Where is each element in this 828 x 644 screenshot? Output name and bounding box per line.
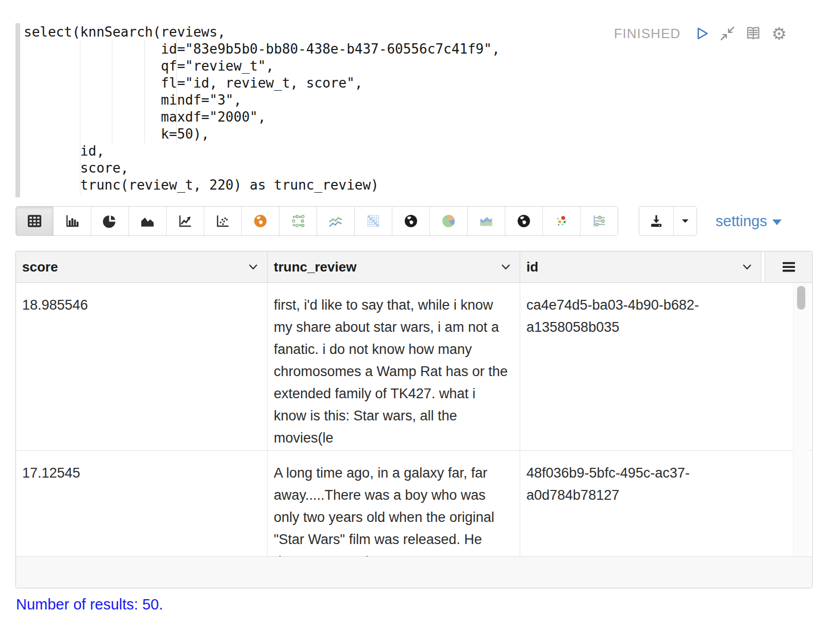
pie-color-icon — [440, 213, 457, 229]
code-line: id, — [24, 143, 500, 160]
chart-bar-button[interactable] — [54, 207, 91, 235]
chart-facets-button[interactable] — [581, 207, 618, 235]
chart-table-button[interactable] — [16, 207, 54, 235]
chart-map-orange-button[interactable] — [242, 207, 279, 235]
code-line: maxdf="2000", — [24, 109, 500, 126]
paragraph-controls: FINISHED ⚙ — [614, 24, 788, 43]
indent-guide — [176, 41, 177, 143]
scatter-chart-icon — [214, 213, 231, 229]
caret-down-icon — [680, 215, 691, 227]
chevron-down-icon[interactable] — [740, 260, 754, 274]
table-icon — [26, 213, 43, 229]
cell-id: ca4e74d5-ba03-4b90-b682-a1358058b035 — [520, 283, 812, 450]
settings-label: settings — [716, 213, 767, 230]
code-line: fl="id, review_t, score", — [24, 75, 500, 92]
table-row: 17.12545 A long time ago, in a galaxy fa… — [16, 451, 812, 556]
hamburger-icon — [781, 259, 797, 275]
code-line: trunc(review_t, 220) as trunc_review) — [24, 177, 500, 194]
book-icon[interactable] — [744, 25, 762, 42]
area-chart-icon — [139, 213, 156, 229]
code-editor[interactable]: select(knnSearch(reviews, id="83e9b5b0-b… — [24, 24, 500, 194]
bubbles-color-icon — [553, 213, 570, 229]
area-color-icon — [478, 213, 494, 229]
chart-area-color-button[interactable] — [468, 207, 505, 235]
column-header-trunc-review[interactable]: trunc_review — [268, 251, 520, 282]
heatmap-icon — [365, 213, 382, 229]
chart-heatmap-button[interactable] — [355, 207, 392, 235]
chart-pie-color-button[interactable] — [430, 207, 468, 235]
chevron-down-icon[interactable] — [246, 260, 260, 274]
cell-trunc-review: A long time ago, in a galaxy far, far aw… — [268, 451, 520, 556]
chart-type-group — [15, 206, 618, 236]
chart-scatter-button[interactable] — [204, 207, 242, 235]
code-line: mindf="3", — [24, 92, 500, 109]
chart-multi-line-button[interactable] — [317, 207, 355, 235]
chevron-down-icon — [772, 219, 782, 225]
column-label: trunc_review — [274, 259, 356, 275]
chart-area-button[interactable] — [129, 207, 167, 235]
cell-trunc-review: first, i'd like to say that, while i kno… — [268, 283, 520, 450]
download-options-button[interactable] — [674, 207, 697, 235]
gear-icon[interactable]: ⚙ — [770, 25, 788, 42]
results-count-text: Number of results: 50. — [16, 596, 163, 613]
settings-link[interactable]: settings — [716, 213, 782, 230]
column-label: score — [22, 259, 58, 275]
column-label: id — [526, 259, 538, 275]
multi-line-chart-icon — [327, 213, 344, 229]
code-line: id="83e9b5b0-bb80-438e-b437-60556c7c41f9… — [24, 41, 500, 58]
chevron-down-icon[interactable] — [499, 260, 512, 274]
visualization-toolbar: settings — [15, 206, 813, 236]
column-header-id[interactable]: id — [520, 251, 761, 282]
vertical-scrollbar-track[interactable] — [793, 283, 809, 556]
globe-orange-icon — [252, 213, 269, 229]
cell-score: 18.985546 — [16, 283, 268, 450]
table-menu-button[interactable] — [765, 251, 812, 282]
chart-map-dark-button[interactable] — [392, 207, 430, 235]
table-body: 18.985546 first, i'd like to say that, w… — [16, 283, 812, 556]
result-table: score trunc_review id — [15, 251, 813, 588]
download-icon — [649, 213, 664, 229]
header-gap — [761, 251, 765, 282]
indent-guide — [112, 41, 112, 143]
chart-map-dark2-button[interactable] — [505, 207, 543, 235]
code-line: k=50), — [24, 126, 500, 143]
export-group — [639, 206, 697, 236]
indent-guide — [144, 41, 145, 143]
pie-chart-icon — [102, 213, 118, 229]
column-header-score[interactable]: score — [16, 251, 268, 282]
status-badge: FINISHED — [614, 26, 681, 42]
chart-bubble-matrix-button[interactable] — [279, 207, 317, 235]
horizontal-scrollbar-track[interactable] — [16, 556, 812, 588]
line-chart-icon — [177, 213, 193, 229]
code-line: score, — [24, 160, 500, 177]
cell-score: 17.12545 — [16, 451, 268, 556]
editor-gutter — [15, 23, 20, 197]
chart-pie-button[interactable] — [91, 207, 129, 235]
chart-line-button[interactable] — [167, 207, 204, 235]
table-row: 18.985546 first, i'd like to say that, w… — [16, 283, 812, 451]
indent-guide — [80, 41, 80, 194]
code-line: select(knnSearch(reviews, — [24, 24, 500, 41]
download-button[interactable] — [639, 207, 674, 235]
bubble-matrix-icon — [290, 213, 306, 229]
bar-chart-icon — [64, 213, 80, 229]
table-header-row: score trunc_review id — [16, 251, 812, 283]
code-line: qf="review_t", — [24, 58, 500, 75]
compress-icon[interactable] — [719, 25, 736, 42]
facet-sliders-icon — [591, 213, 607, 229]
cell-id: 48f036b9-5bfc-495c-ac37-a0d784b78127 — [520, 451, 812, 556]
chart-bubbles-button[interactable] — [543, 207, 581, 235]
globe-dark2-icon — [516, 213, 532, 229]
play-icon[interactable] — [693, 25, 710, 42]
vertical-scrollbar-thumb[interactable] — [797, 286, 805, 310]
globe-dark-icon — [403, 213, 419, 229]
